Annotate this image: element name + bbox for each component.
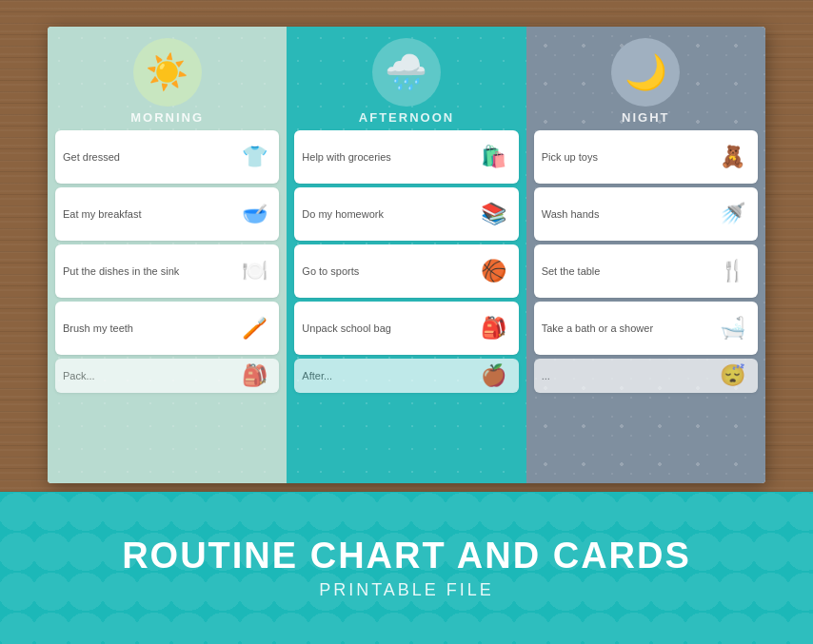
afternoon-title: AFTERNOON bbox=[359, 110, 454, 125]
task-icon: 📚 bbox=[477, 202, 511, 226]
task-text: Pack... bbox=[63, 369, 237, 382]
task-text: Unpack school bag bbox=[302, 322, 476, 335]
task-text: After... bbox=[302, 369, 476, 382]
task-card: After...🍎 bbox=[294, 359, 518, 393]
task-icon: 🛍️ bbox=[477, 145, 511, 169]
morning-icon: ☀️ bbox=[133, 38, 202, 107]
task-icon: 🎒 bbox=[477, 316, 511, 341]
task-icon: 🥣 bbox=[237, 202, 271, 226]
task-card: Help with groceries🛍️ bbox=[294, 130, 518, 184]
night-icon: 🌙 bbox=[611, 38, 680, 107]
task-text: Help with groceries bbox=[302, 150, 476, 164]
col-night: 🌙NIGHTPick up toys🧸Wash hands🚿Set the ta… bbox=[526, 27, 765, 483]
task-icon: 🪥 bbox=[237, 316, 271, 341]
task-card: Eat my breakfast🥣 bbox=[55, 187, 279, 241]
task-card: ...😴 bbox=[534, 359, 758, 393]
task-icon: 🏀 bbox=[477, 259, 511, 283]
morning-title: MORNING bbox=[130, 110, 204, 125]
task-icon: 🧸 bbox=[716, 145, 750, 169]
task-card: Pick up toys🧸 bbox=[534, 130, 758, 184]
banner-title: ROUTINE CHART AND CARDS bbox=[122, 536, 691, 576]
morning-tasks: Get dressed👕Eat my breakfast🥣Put the dis… bbox=[55, 130, 279, 393]
afternoon-tasks: Help with groceries🛍️Do my homework📚Go t… bbox=[294, 130, 518, 393]
background: ☀️MORNINGGet dressed👕Eat my breakfast🥣Pu… bbox=[0, 0, 813, 644]
task-icon: 😴 bbox=[716, 363, 750, 388]
task-card: Get dressed👕 bbox=[55, 130, 279, 184]
task-card: Do my homework📚 bbox=[294, 187, 518, 241]
task-card: Take a bath or a shower🛁 bbox=[534, 302, 758, 355]
task-icon: 🍽️ bbox=[237, 259, 271, 283]
paper-area: ☀️MORNINGGet dressed👕Eat my breakfast🥣Pu… bbox=[48, 27, 765, 483]
task-card: Go to sports🏀 bbox=[294, 244, 518, 298]
night-tasks: Pick up toys🧸Wash hands🚿Set the table🍴Ta… bbox=[534, 130, 758, 393]
task-text: ... bbox=[542, 369, 716, 382]
task-card: Set the table🍴 bbox=[534, 244, 758, 298]
task-icon: 👕 bbox=[237, 145, 271, 169]
col-morning: ☀️MORNINGGet dressed👕Eat my breakfast🥣Pu… bbox=[48, 27, 287, 483]
bottom-banner: ROUTINE CHART AND CARDS PRINTABLE FILE bbox=[0, 492, 813, 644]
task-card: Unpack school bag🎒 bbox=[294, 302, 518, 355]
task-text: Eat my breakfast bbox=[63, 207, 237, 221]
afternoon-icon: 🌧️ bbox=[372, 38, 441, 107]
task-icon: 🍎 bbox=[477, 363, 511, 388]
night-title: NIGHT bbox=[622, 110, 669, 125]
task-card: Wash hands🚿 bbox=[534, 187, 758, 241]
task-text: Pick up toys bbox=[542, 150, 716, 164]
task-text: Take a bath or a shower bbox=[542, 322, 716, 335]
task-card: Pack...🎒 bbox=[55, 359, 279, 393]
banner-subtitle: PRINTABLE FILE bbox=[319, 580, 494, 600]
task-text: Put the dishes in the sink bbox=[63, 264, 237, 278]
col-afternoon: 🌧️AFTERNOONHelp with groceries🛍️Do my ho… bbox=[287, 27, 525, 483]
task-text: Go to sports bbox=[302, 264, 476, 278]
task-icon: 🎒 bbox=[237, 363, 271, 388]
task-text: Get dressed bbox=[63, 150, 237, 164]
task-icon: 🚿 bbox=[716, 202, 750, 226]
task-text: Brush my teeth bbox=[63, 322, 237, 335]
task-text: Wash hands bbox=[542, 207, 716, 221]
task-icon: 🍴 bbox=[716, 259, 750, 283]
task-text: Set the table bbox=[542, 264, 716, 278]
task-icon: 🛁 bbox=[716, 316, 750, 341]
task-card: Brush my teeth🪥 bbox=[55, 302, 279, 355]
task-card: Put the dishes in the sink🍽️ bbox=[55, 244, 279, 298]
task-text: Do my homework bbox=[302, 207, 476, 221]
